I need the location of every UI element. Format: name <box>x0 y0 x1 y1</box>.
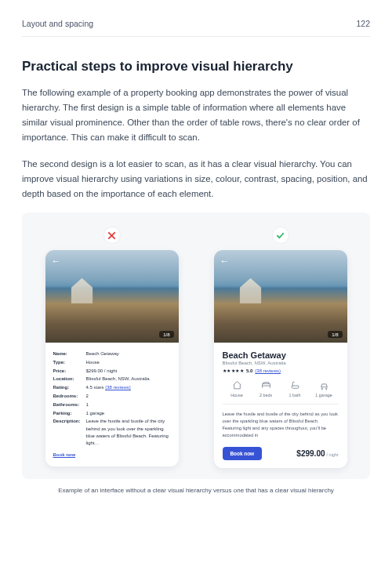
example-panel: ← 1/8 Name:Beach Getaway Type:House Pric… <box>22 212 370 479</box>
chapter-label: Layout and spacing <box>22 19 93 28</box>
listing-title: Beach Getaway <box>223 350 339 360</box>
section-title: Practical steps to improve visual hierar… <box>22 59 370 74</box>
amenity-label: House <box>230 393 243 397</box>
back-arrow-icon[interactable]: ← <box>220 256 230 267</box>
listing-description: Leave the hustle and bustle of the city … <box>223 411 339 439</box>
field-value: $299.00 / night <box>86 368 171 375</box>
amenity-label: 1 bath <box>289 393 301 397</box>
example-bad-column: ← 1/8 Name:Beach Getaway Type:House Pric… <box>33 227 191 468</box>
price-unit: / night <box>327 452 339 457</box>
car-icon <box>319 380 329 390</box>
amenity-label: 1 garage <box>315 393 332 397</box>
field-label: Location: <box>53 376 86 383</box>
photo-counter: 1/8 <box>328 331 342 338</box>
example-good-column: ← 1/8 Beach Getaway Blissful Beach, NSW,… <box>201 227 359 468</box>
amenity-bath: 1 bath <box>281 380 310 397</box>
amenity-garage: 1 garage <box>310 380 339 397</box>
field-value: Beach Getaway <box>86 350 171 358</box>
field-value: 1 <box>86 401 171 408</box>
figure-caption: Example of an interface without a clear … <box>22 487 370 494</box>
paragraph-2: The second design is a lot easier to sca… <box>22 157 370 201</box>
reviews-link[interactable]: (38 reviews) <box>255 368 281 373</box>
paragraph-1: The following example of a property book… <box>22 85 370 146</box>
field-value: 1 garage <box>86 410 171 417</box>
book-now-link[interactable]: Book now <box>53 452 76 459</box>
phone-mock-bad: ← 1/8 Name:Beach Getaway Type:House Pric… <box>45 250 179 466</box>
field-label: Parking: <box>53 410 86 417</box>
listing-details-table: Name:Beach Getaway Type:House Price:$299… <box>45 343 179 466</box>
check-icon <box>272 227 289 244</box>
rating-line: ★★★★★ 5.0 (38 reviews) <box>223 368 339 373</box>
field-value: Blissful Beach, NSW, Australia <box>86 376 171 383</box>
field-value: 4.5 stars (38 reviews) <box>86 384 171 391</box>
field-label: Type: <box>53 359 86 366</box>
field-label: Rating: <box>53 384 86 391</box>
field-label: Description: <box>53 418 86 447</box>
field-value: 2 <box>86 393 171 400</box>
back-arrow-icon[interactable]: ← <box>52 256 61 267</box>
page-number: 122 <box>356 19 370 28</box>
page-header: Layout and spacing 122 <box>22 19 370 37</box>
cross-icon <box>103 227 121 244</box>
rating-value: 5.0 <box>246 368 252 373</box>
amenity-beds: 2 beds <box>252 380 281 397</box>
price: $299.00/ night <box>296 449 338 458</box>
photo-counter: 1/8 <box>159 331 173 338</box>
reviews-link[interactable]: (38 reviews) <box>105 385 131 390</box>
house-icon <box>232 380 242 390</box>
field-value: House <box>86 359 171 366</box>
book-now-button[interactable]: Book now <box>223 447 263 460</box>
listing-photo: ← 1/8 <box>214 250 347 343</box>
price-amount: $299.00 <box>296 449 325 458</box>
listing-location: Blissful Beach, NSW, Australia <box>223 361 339 365</box>
field-label: Bedrooms: <box>53 393 86 400</box>
amenity-house: House <box>223 380 252 397</box>
field-label: Price: <box>53 368 86 375</box>
field-value: Leave the hustle and bustle of the city … <box>86 418 171 447</box>
bath-icon <box>290 380 300 390</box>
bed-icon <box>261 380 271 390</box>
field-label: Bathrooms: <box>53 401 86 408</box>
amenity-label: 2 beds <box>260 393 272 397</box>
field-label: Name: <box>53 350 86 358</box>
phone-mock-good: ← 1/8 Beach Getaway Blissful Beach, NSW,… <box>214 250 347 468</box>
amenities-row: House 2 beds 1 bath 1 garage <box>223 380 339 405</box>
listing-photo: ← 1/8 <box>45 250 179 343</box>
star-icon: ★★★★★ <box>223 368 245 373</box>
